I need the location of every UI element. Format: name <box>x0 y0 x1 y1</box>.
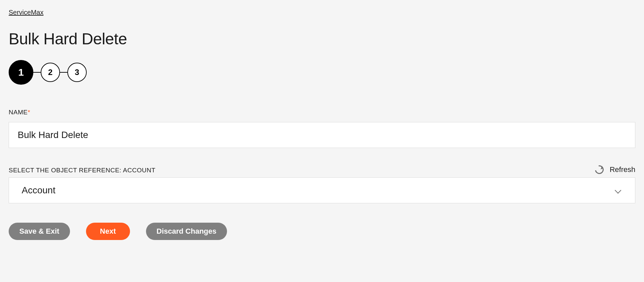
refresh-icon <box>593 164 605 176</box>
save-exit-button[interactable]: Save & Exit <box>9 223 70 240</box>
object-ref-selected-value: Account <box>22 185 55 196</box>
wizard-stepper: 1 2 3 <box>9 60 635 85</box>
step-2[interactable]: 2 <box>41 63 60 82</box>
name-field-label: NAME* <box>9 109 635 116</box>
name-input[interactable] <box>9 122 635 148</box>
object-ref-select[interactable]: Account <box>9 177 635 203</box>
step-connector <box>60 72 67 73</box>
refresh-button[interactable]: Refresh <box>595 165 635 174</box>
next-button[interactable]: Next <box>86 223 130 240</box>
step-3[interactable]: 3 <box>67 63 87 82</box>
step-1[interactable]: 1 <box>9 60 33 85</box>
page-title: Bulk Hard Delete <box>9 30 635 48</box>
required-asterisk: * <box>28 109 30 116</box>
object-ref-label: SELECT THE OBJECT REFERENCE: ACCOUNT <box>9 167 155 174</box>
discard-button[interactable]: Discard Changes <box>146 223 227 240</box>
step-connector <box>33 72 41 73</box>
breadcrumb-root-link[interactable]: ServiceMax <box>9 9 43 16</box>
refresh-label: Refresh <box>610 165 635 174</box>
breadcrumb: ServiceMax <box>9 9 635 16</box>
action-button-row: Save & Exit Next Discard Changes <box>9 223 635 240</box>
name-label-text: NAME <box>9 109 28 116</box>
chevron-down-icon <box>615 187 621 194</box>
